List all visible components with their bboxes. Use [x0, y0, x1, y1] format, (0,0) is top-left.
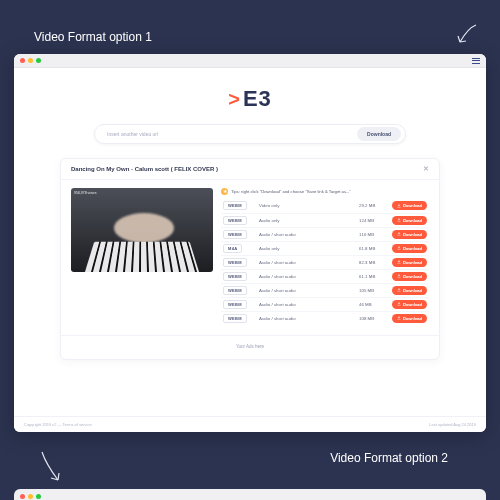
tip-text: Tips: right click "Download" and choose … — [231, 189, 351, 194]
logo-text: E3 — [243, 86, 272, 112]
format-row: WEBMAudio / short audio46 MBDownload — [221, 297, 429, 311]
format-size: 124 MB — [357, 213, 385, 227]
caption-option-2: Video Format option 2 — [330, 451, 448, 465]
row-download-button[interactable]: Download — [392, 244, 427, 253]
brand-logo: > E3 — [54, 86, 446, 112]
row-download-button[interactable]: Download — [392, 272, 427, 281]
format-label: Audio / short audio — [257, 227, 357, 241]
ads-slot: Your Ads here — [61, 335, 439, 359]
app-window-2 — [14, 489, 486, 500]
format-size: 116 MB — [357, 227, 385, 241]
format-row: WEBMAudio / short audio108 MBDownload — [221, 311, 429, 325]
download-icon — [397, 204, 401, 208]
format-size: 108 MB — [357, 311, 385, 325]
format-label: Audio only — [257, 213, 357, 227]
window-close-icon[interactable] — [20, 494, 25, 499]
format-label: Audio only — [257, 241, 357, 255]
window-titlebar — [14, 54, 486, 68]
window-close-icon[interactable] — [20, 58, 25, 63]
page-footer: Copyright 2019 c2 — Terms of service Las… — [14, 416, 486, 432]
row-download-button[interactable]: Download — [392, 216, 427, 225]
arrow-icon — [454, 22, 480, 48]
caption-option-1: Video Format option 1 — [34, 30, 152, 44]
format-label: Video only — [257, 199, 357, 213]
format-row: WEBMAudio / short audio105 MBDownload — [221, 283, 429, 297]
format-badge: WEBM — [223, 272, 247, 281]
window-zoom-icon[interactable] — [36, 494, 41, 499]
download-icon — [397, 246, 401, 250]
format-size: 105 MB — [357, 283, 385, 297]
window-minimize-icon[interactable] — [28, 494, 33, 499]
window-minimize-icon[interactable] — [28, 58, 33, 63]
format-badge: WEBM — [223, 300, 247, 309]
arrow-icon — [36, 450, 66, 484]
format-row: WEBMAudio only124 MBDownload — [221, 213, 429, 227]
close-icon[interactable]: ✕ — [423, 165, 429, 173]
download-icon — [397, 232, 401, 236]
format-row: WEBMVideo only29.2 MBDownload — [221, 199, 429, 213]
download-icon — [397, 274, 401, 278]
format-label: Audio / short audio — [257, 269, 357, 283]
row-download-button[interactable]: Download — [392, 286, 427, 295]
format-size: 29.2 MB — [357, 199, 385, 213]
format-label: Audio / short audio — [257, 297, 357, 311]
format-badge: WEBM — [223, 216, 247, 225]
formats-table: WEBMVideo only29.2 MBDownloadWEBMAudio o… — [221, 199, 429, 325]
download-icon — [397, 218, 401, 222]
url-input[interactable] — [107, 131, 351, 137]
format-size: 46 MB — [357, 297, 385, 311]
hamburger-icon[interactable] — [472, 58, 480, 64]
format-size: 82.3 MB — [357, 255, 385, 269]
format-size: 61.8 MB — [357, 241, 385, 255]
format-row: WEBMAudio / short audio116 MBDownload — [221, 227, 429, 241]
format-row: M4AAudio only61.8 MBDownload — [221, 241, 429, 255]
format-size: 61.1 MB — [357, 269, 385, 283]
download-icon — [397, 260, 401, 264]
format-row: WEBMAudio / short audio61.1 MBDownload — [221, 269, 429, 283]
format-label: Audio / short audio — [257, 283, 357, 297]
view-count: 956,978 views — [74, 191, 96, 195]
app-window: > E3 Download Dancing On My Own - Calum … — [14, 54, 486, 432]
format-badge: M4A — [223, 244, 242, 253]
format-badge: WEBM — [223, 230, 247, 239]
video-thumbnail[interactable]: 956,978 views — [71, 188, 213, 272]
window-zoom-icon[interactable] — [36, 58, 41, 63]
format-badge: WEBM — [223, 286, 247, 295]
row-download-button[interactable]: Download — [392, 314, 427, 323]
format-label: Audio / short audio — [257, 255, 357, 269]
row-download-button[interactable]: Download — [392, 230, 427, 239]
format-row: WEBMAudio / short audio82.3 MBDownload — [221, 255, 429, 269]
lightbulb-icon: ★ — [221, 188, 228, 195]
format-badge: WEBM — [223, 314, 247, 323]
download-icon — [397, 316, 401, 320]
format-badge: WEBM — [223, 201, 247, 210]
download-button[interactable]: Download — [357, 127, 401, 141]
video-title: Dancing On My Own - Calum scott ( FELIX … — [71, 166, 218, 172]
format-label: Audio / short audio — [257, 311, 357, 325]
result-card: Dancing On My Own - Calum scott ( FELIX … — [60, 158, 440, 360]
tip-line: ★ Tips: right click "Download" and choos… — [221, 188, 429, 195]
row-download-button[interactable]: Download — [392, 300, 427, 309]
download-icon — [397, 302, 401, 306]
row-download-button[interactable]: Download — [392, 258, 427, 267]
format-badge: WEBM — [223, 258, 247, 267]
footer-right: Last updated Aug 24 2019 — [429, 422, 476, 427]
row-download-button[interactable]: Download — [392, 201, 427, 210]
url-searchbar: Download — [94, 124, 406, 144]
footer-left: Copyright 2019 c2 — Terms of service — [24, 422, 92, 427]
logo-chevron-icon: > — [228, 88, 241, 111]
download-icon — [397, 288, 401, 292]
